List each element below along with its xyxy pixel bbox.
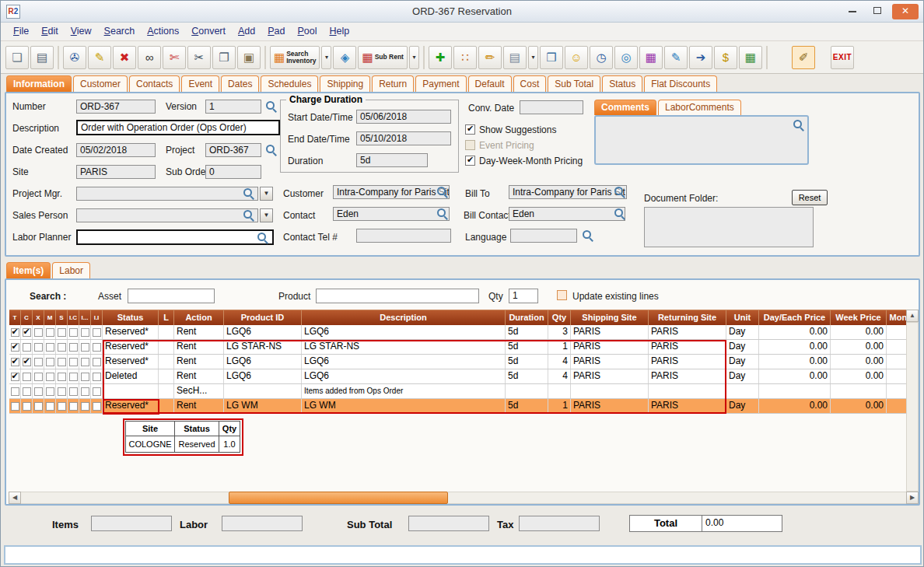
number-field[interactable]: ORD-367 [76, 100, 156, 114]
menu-add[interactable]: Add [232, 23, 261, 37]
tab-cost[interactable]: Cost [513, 75, 547, 93]
tab-shipping[interactable]: Shipping [320, 75, 370, 93]
items-tab-labor[interactable]: Labor [52, 262, 90, 279]
row-checkbox[interactable] [58, 387, 66, 396]
minimize-icon[interactable] [841, 4, 864, 19]
tab-contacts[interactable]: Contacts [129, 75, 180, 93]
col-header-x[interactable]: X [33, 310, 44, 325]
document-folder-box[interactable] [644, 207, 814, 247]
row-checkbox[interactable] [34, 387, 43, 396]
menu-pad[interactable]: Pad [261, 23, 291, 37]
bill-contact-search-icon[interactable] [614, 208, 625, 219]
site-field[interactable]: PARIS [76, 165, 156, 179]
table-row[interactable]: DeletedRentLGQ6LGQ65d4PARISPARISDay0.000… [9, 369, 919, 384]
customer-search-icon[interactable] [436, 186, 448, 198]
row-checkbox[interactable] [23, 343, 31, 352]
col-header-t[interactable]: T [9, 310, 21, 325]
row-checkbox[interactable] [11, 373, 19, 381]
print-preview-button[interactable]: ❒ [540, 46, 563, 69]
table-row[interactable]: Reserved*RentLG STAR-NSLG STAR-NS5d1PARI… [9, 340, 919, 355]
comments-textarea[interactable] [594, 115, 809, 165]
row-checkbox[interactable] [46, 343, 54, 352]
language-field[interactable] [510, 229, 577, 243]
row-checkbox[interactable] [93, 343, 101, 352]
close-icon[interactable]: ✕ [892, 4, 919, 19]
col-header-unit[interactable]: Unit [726, 310, 759, 325]
row-checkbox[interactable] [11, 387, 19, 396]
labor-planner-search-icon[interactable] [257, 232, 268, 243]
find-binoculars-button[interactable]: ∞ [138, 46, 161, 69]
col-header-l[interactable]: L [159, 310, 174, 325]
end-date-field[interactable]: 05/10/2018 [356, 131, 451, 145]
tab-status[interactable]: Status [602, 75, 642, 93]
title-bar[interactable]: R2 ORD-367 Reservation ✕ [1, 1, 923, 23]
duration-field[interactable]: 5d [356, 153, 428, 167]
edit-pencil-button[interactable]: ✎ [88, 46, 111, 69]
sales-person-search-icon[interactable] [243, 209, 254, 221]
scroll-up-icon[interactable]: ▲ [906, 310, 919, 322]
sub-rent-button[interactable]: ▦Sub Rent [358, 46, 408, 69]
row-checkbox[interactable] [58, 343, 66, 352]
col-header-action[interactable]: Action [174, 310, 224, 325]
save-button[interactable]: ✇ [63, 46, 86, 69]
row-checkbox[interactable] [69, 328, 78, 337]
row-checkbox[interactable] [11, 343, 19, 352]
row-checkbox[interactable] [69, 358, 78, 366]
row-checkbox[interactable] [81, 373, 89, 381]
maximize-icon[interactable] [866, 4, 889, 19]
row-checkbox[interactable] [58, 358, 66, 366]
row-checkbox[interactable] [23, 387, 31, 396]
contact-search-icon[interactable] [436, 208, 448, 219]
sub-orders-field[interactable]: 0 [205, 165, 261, 179]
row-checkbox[interactable] [81, 402, 89, 411]
media-button[interactable]: ◎ [614, 46, 638, 69]
contact-tel-field[interactable] [356, 229, 451, 243]
pad-dropdown-icon[interactable]: ▾ [528, 46, 538, 69]
print-button[interactable]: ▤ [30, 46, 54, 69]
col-header-s[interactable]: S [56, 310, 68, 325]
date-created-field[interactable]: 05/02/2018 [76, 143, 156, 157]
menu-file[interactable]: File [7, 23, 35, 37]
customer-service-button[interactable]: ☺ [565, 46, 588, 69]
tab-default[interactable]: Default [468, 75, 512, 93]
row-checkbox[interactable] [58, 402, 66, 411]
scroll-right-icon[interactable]: ▶ [906, 492, 919, 504]
col-header-qty[interactable]: Qty [548, 310, 571, 325]
pad-button[interactable]: ▤ [503, 46, 527, 69]
col-header-i-c[interactable]: I.C [68, 310, 79, 325]
col-header-description[interactable]: Description [302, 310, 506, 325]
col-header-c[interactable]: C [21, 310, 33, 325]
row-checkbox[interactable] [93, 358, 101, 366]
menu-edit[interactable]: Edit [35, 23, 65, 37]
row-checkbox[interactable] [93, 387, 101, 396]
row-checkbox[interactable] [23, 402, 31, 411]
project-mgr-dropdown-icon[interactable]: ▼ [260, 187, 273, 201]
row-checkbox[interactable] [23, 358, 31, 366]
comments-tab-comments[interactable]: Comments [594, 100, 656, 115]
start-date-field[interactable]: 05/06/2018 [356, 110, 451, 124]
row-checkbox[interactable] [81, 358, 89, 366]
row-checkbox[interactable] [11, 358, 19, 366]
row-checkbox[interactable] [81, 387, 89, 396]
conv-date-field[interactable] [520, 100, 583, 114]
vertical-scrollbar[interactable] [906, 322, 919, 492]
sub-rent-dropdown-icon[interactable]: ▾ [409, 46, 419, 69]
row-checkbox[interactable] [58, 373, 66, 381]
horizontal-scroll-thumb[interactable] [229, 492, 448, 504]
tab-schedules[interactable]: Schedules [261, 75, 318, 93]
menu-view[interactable]: View [65, 23, 98, 37]
inventory-cube-button[interactable]: ▦ [639, 46, 663, 69]
project-mgr-field[interactable] [76, 187, 258, 201]
tab-event[interactable]: Event [181, 75, 219, 93]
menu-help[interactable]: Help [324, 23, 356, 37]
row-checkbox[interactable] [93, 328, 101, 337]
row-checkbox[interactable] [69, 343, 78, 352]
row-checkbox[interactable] [46, 358, 54, 366]
show-suggestions-checkbox[interactable] [465, 124, 475, 135]
row-checkbox[interactable] [93, 402, 101, 411]
table-row[interactable]: Reserved*RentLGQ6LGQ65d3PARISPARISDay0.0… [9, 325, 919, 340]
bill-to-search-icon[interactable] [614, 186, 625, 198]
row-checkbox[interactable] [23, 328, 31, 337]
reports-button[interactable]: ▦ [739, 46, 762, 69]
row-checkbox[interactable] [46, 328, 54, 337]
